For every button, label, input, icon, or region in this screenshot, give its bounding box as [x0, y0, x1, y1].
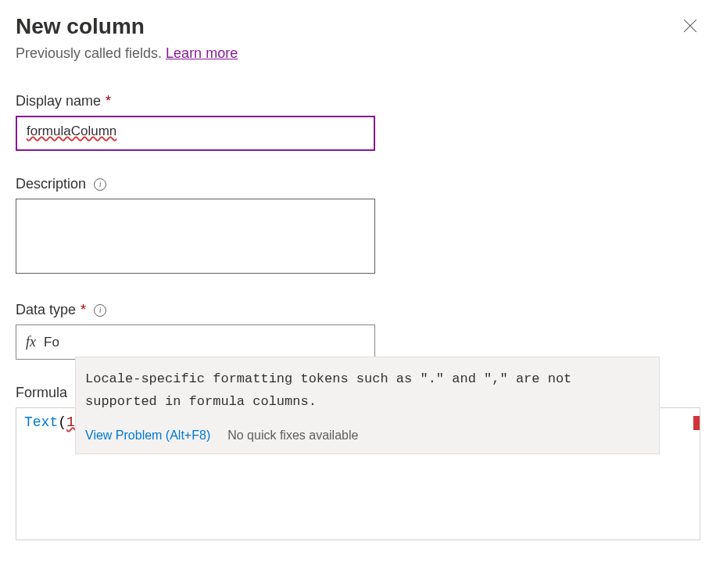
data-type-label-text: Data type: [16, 302, 76, 318]
info-icon[interactable]: i: [94, 178, 106, 191]
description-label-text: Description: [16, 176, 86, 192]
view-problem-link[interactable]: View Problem (Alt+F8): [85, 425, 210, 446]
data-type-value: Fo: [44, 335, 365, 350]
panel-title: New column: [16, 14, 145, 39]
required-marker: *: [106, 93, 111, 109]
display-name-label: Display name *: [16, 93, 700, 109]
no-fixes-text: No quick fixes available: [227, 425, 358, 446]
tooltip-message: Locale-specific formatting tokens such a…: [85, 368, 650, 414]
fx-icon: fx: [26, 334, 36, 350]
display-name-label-text: Display name: [16, 93, 101, 109]
open-paren: (: [58, 414, 66, 430]
info-icon[interactable]: i: [94, 304, 106, 317]
formula-fn: Text: [24, 414, 58, 430]
learn-more-link[interactable]: Learn more: [166, 45, 238, 61]
close-button[interactable]: [680, 16, 700, 39]
required-marker: *: [81, 302, 86, 318]
error-marker[interactable]: [693, 416, 700, 430]
formula-arg1: 1: [66, 414, 75, 430]
close-icon: [683, 19, 697, 33]
subtitle-text: Previously called fields.: [16, 45, 166, 61]
data-type-select[interactable]: fx Fo: [16, 324, 375, 360]
error-tooltip: Locale-specific formatting tokens such a…: [75, 357, 660, 454]
description-input[interactable]: [16, 199, 375, 274]
formula-label-text: Formula: [16, 385, 67, 401]
panel-subtitle: Previously called fields. Learn more: [16, 45, 700, 62]
display-name-input[interactable]: formulaColumn: [16, 116, 375, 151]
display-name-value: formulaColumn: [27, 124, 116, 138]
description-label: Description i: [16, 176, 700, 192]
data-type-label: Data type * i: [16, 302, 700, 318]
